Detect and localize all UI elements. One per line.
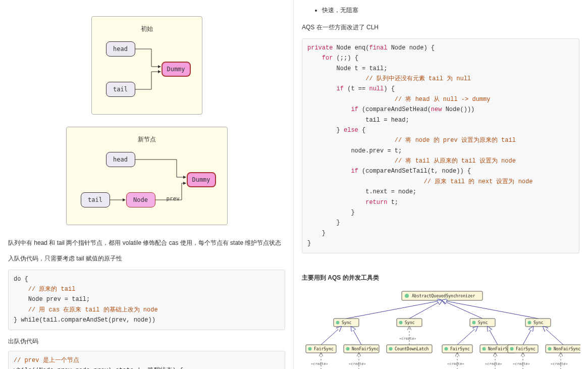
uml-diagram: AbstractQueuedSynchronizer SyncSyncSyncS… [301, 289, 580, 369]
left-column: 初始 head tail Dummy 新节点 head tail Node Du… [0, 0, 294, 369]
uml-root: AbstractQueuedSynchronizer [412, 294, 475, 298]
code-enqueue: do { // 原来的 tail Node prev = tail; // 用 … [8, 270, 285, 330]
para-pointers: 队列中有 head 和 tail 两个指针节点，都用 volatile 修饰配合… [8, 237, 285, 249]
svg-text:«create»: «create» [399, 337, 416, 341]
right-column: 快速，无阻塞 AQS 在一些方面改进了 CLH private Node enq… [294, 0, 587, 369]
svg-text:«create»: «create» [513, 362, 530, 366]
svg-text:«create»: «create» [349, 362, 366, 366]
node-node: Node [126, 192, 155, 207]
svg-point-12 [528, 321, 531, 324]
svg-text:«create»: «create» [311, 362, 328, 366]
svg-text:«create»: «create» [447, 362, 464, 366]
svg-point-27 [389, 347, 393, 350]
svg-text:NonFairSync: NonFairSync [352, 347, 379, 351]
svg-point-30 [445, 347, 448, 350]
svg-text:Sync: Sync [342, 321, 351, 325]
aqs-improve-para: AQS 在一些方面改进了 CLH [302, 22, 579, 33]
code-dequeue: // prev 是上一个节点 while((Node prev=node.pre… [8, 351, 285, 369]
svg-point-3 [336, 321, 340, 324]
svg-text:«create»: «create» [485, 362, 502, 366]
svg-point-44 [548, 347, 552, 350]
node-tail: tail [106, 82, 135, 97]
node-head-2: head [106, 152, 135, 167]
svg-point-33 [483, 347, 486, 350]
svg-point-15 [308, 347, 312, 350]
label-prev: prev [167, 195, 180, 202]
svg-text:NonFairSync: NonFairSync [554, 347, 580, 351]
svg-point-6 [399, 321, 403, 324]
svg-text:CountDownLatch: CountDownLatch [395, 347, 429, 351]
diagram-title-2: 新节点 [81, 135, 213, 144]
label-dequeue: 出队伪代码 [8, 337, 285, 346]
diagram-new-node: 新节点 head tail Node Dummy prev [7, 127, 286, 225]
code-enq-method: private Node enq(final Node node) { for … [302, 38, 579, 253]
node-head: head [106, 41, 135, 57]
node-tail-2: tail [81, 192, 110, 207]
svg-point-9 [472, 321, 476, 324]
node-dummy: Dummy [162, 62, 191, 77]
heading-aqs-tools: 主要用到 AQS 的并发工具类 [302, 274, 579, 282]
svg-text:FairSync: FairSync [314, 347, 334, 351]
diagram-title-1: 初始 [106, 25, 188, 33]
svg-point-41 [510, 347, 514, 350]
list-item: 快速，无阻塞 [322, 6, 580, 15]
svg-point-18 [346, 347, 350, 350]
svg-text:Sync: Sync [478, 321, 488, 325]
svg-text:Sync: Sync [405, 321, 414, 325]
svg-text:«create»: «create» [551, 362, 568, 366]
para-enqueue: 入队伪代码，只需要考虑 tail 赋值的原子性 [8, 253, 285, 265]
diagram-initial: 初始 head tail Dummy [7, 16, 286, 115]
node-dummy-2: Dummy [187, 172, 216, 187]
svg-point-1 [405, 294, 409, 298]
svg-text:FairSync: FairSync [516, 347, 536, 351]
clh-benefits-list: 快速，无阻塞 [322, 6, 580, 15]
svg-text:FairSync: FairSync [450, 347, 470, 351]
svg-text:Sync: Sync [533, 321, 543, 325]
